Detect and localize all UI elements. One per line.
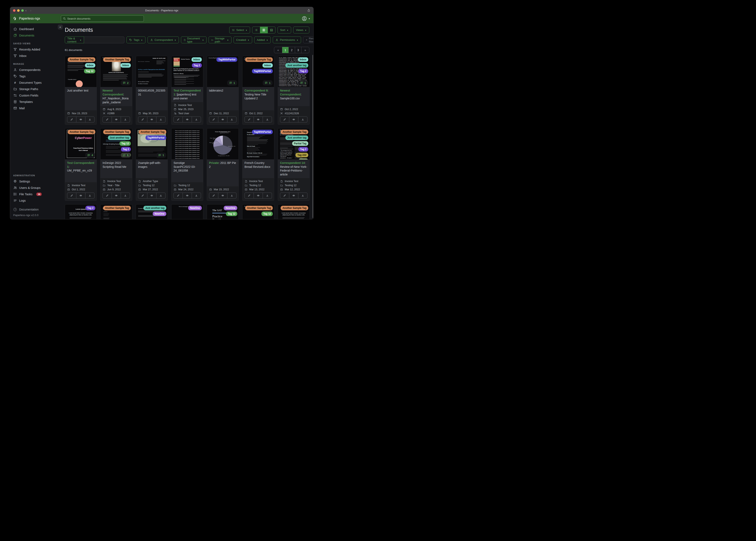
download-document-button[interactable] xyxy=(85,117,95,123)
document-thumbnail[interactable]: CyberPowerPowerPanel® Business EditionUs… xyxy=(65,129,97,159)
zoom-window-button[interactable] xyxy=(21,9,24,12)
download-document-button[interactable] xyxy=(298,193,307,199)
document-title[interactable]: Sonstige ScanPC2022 03-24_081058 xyxy=(171,159,203,183)
user-menu[interactable]: ▼ xyxy=(302,16,310,21)
download-document-button[interactable] xyxy=(227,193,236,199)
download-document-button[interactable] xyxy=(227,117,236,123)
detail-view-button[interactable] xyxy=(268,27,275,33)
document-title[interactable]: Correspondent 9: Testing New Title Updat… xyxy=(242,87,274,110)
preview-document-button[interactable] xyxy=(76,193,85,199)
tag-pill[interactable]: Inbox xyxy=(262,63,273,68)
document-title[interactable]: 2sample-pdf-with-images xyxy=(136,159,168,178)
tag-pill[interactable]: Tag 2 xyxy=(85,206,95,210)
search-input[interactable] xyxy=(67,17,142,20)
filter-button-permissions[interactable]: Permissions▼ xyxy=(273,37,301,43)
tag-pill[interactable]: Tag 12 xyxy=(226,212,237,216)
tag-pill[interactable]: Inbox xyxy=(120,63,131,68)
filter-button-tags[interactable]: Tags▼ xyxy=(126,37,145,43)
document-thumbnail[interactable]: French Country BreadFor the LeavenMake t… xyxy=(242,129,274,159)
tag-pill[interactable]: Inbox xyxy=(191,57,202,62)
document-thumbnail[interactable]: Lorem ipsumLorem ipsum dolor sit amet, c… xyxy=(65,205,97,220)
tag-pill[interactable]: Tag 222 xyxy=(295,153,308,157)
sidebar-item-recently-added[interactable]: Recently Added xyxy=(10,46,61,53)
document-thumbnail[interactable]: Lorem ipsumLorem ipsum dolor sit amet, c… xyxy=(278,205,309,220)
preview-document-button[interactable] xyxy=(112,193,121,199)
page-button-3[interactable]: 3 xyxy=(295,47,301,53)
title-content-input[interactable] xyxy=(84,37,124,43)
views-button[interactable]: Views▼ xyxy=(293,27,309,33)
edit-document-button[interactable] xyxy=(245,193,254,199)
scrollbar[interactable] xyxy=(312,55,313,218)
sidebar-item-tags[interactable]: Tags xyxy=(10,73,61,79)
document-thumbnail[interactable]: This is a testAnother Sample TagTag 12 xyxy=(242,205,274,220)
document-title[interactable]: 0004814539_20230531 xyxy=(136,87,168,110)
sidebar-item-inbox[interactable]: Inbox xyxy=(10,53,61,59)
edit-document-button[interactable] xyxy=(103,117,112,123)
document-title[interactable]: Private: 2011 BP Pie 2 xyxy=(207,159,239,187)
search-bar[interactable] xyxy=(61,15,144,22)
download-document-button[interactable] xyxy=(85,193,95,199)
tag-pill[interactable]: Another Sample Tag xyxy=(281,206,308,210)
document-thumbnail[interactable]: Serial Number,Company Name,Employe978818… xyxy=(278,56,309,87)
document-thumbnail[interactable]: Another Sample TagTagWithPartial1 xyxy=(136,129,168,159)
edit-document-button[interactable] xyxy=(67,117,76,123)
document-thumbnail[interactable]: Contact Sheet DemoJust another tagNewOne xyxy=(136,205,168,220)
document-thumbnail[interactable]: Review ofof Arbitral AwardsCertainty of … xyxy=(278,129,309,159)
tag-pill[interactable]: Tag 2 xyxy=(298,147,308,152)
edit-document-button[interactable] xyxy=(103,193,112,199)
tag-pill[interactable]: Tag 12 xyxy=(84,69,95,73)
edit-document-button[interactable] xyxy=(245,117,254,123)
sidebar-item-file-tasks[interactable]: File Tasks16 xyxy=(10,191,61,197)
document-title[interactable]: Test Correspondent 1: UM_PPBE_en_v29 xyxy=(65,159,97,183)
document-correspondent[interactable]: Private xyxy=(209,161,219,165)
edit-document-button[interactable] xyxy=(67,193,76,199)
tag-pill[interactable]: Tag 3 xyxy=(298,159,308,159)
tag-pill[interactable]: Just another tag xyxy=(285,136,308,140)
preview-document-button[interactable] xyxy=(112,117,121,123)
download-document-button[interactable] xyxy=(263,193,272,199)
edit-document-button[interactable] xyxy=(138,193,147,199)
tag-pill[interactable]: Tag 2 xyxy=(121,147,131,152)
sidebar-item-users-groups[interactable]: Users & Groups xyxy=(10,185,61,191)
preview-document-button[interactable] xyxy=(289,193,298,199)
reset-filters-button[interactable]: ×Reset filters xyxy=(303,37,314,43)
select-button[interactable]: Select▼ xyxy=(229,27,250,33)
preview-document-button[interactable] xyxy=(147,193,156,199)
document-correspondent[interactable]: Newest Correspondent xyxy=(103,89,123,96)
document-title[interactable]: InDesign 2022 Scripting Read Me xyxy=(100,159,132,178)
document-title[interactable]: Newest Correspondent: H7_Napoleon_Bonapa… xyxy=(100,87,132,106)
preview-document-button[interactable] xyxy=(183,117,192,123)
sidebar-item-custom-fields[interactable]: Custom Fields xyxy=(10,92,61,99)
share-icon[interactable] xyxy=(307,9,310,12)
page-button-nav[interactable]: « xyxy=(274,47,282,53)
document-thumbnail[interactable]: This is a test for the double space char… xyxy=(171,129,203,159)
sidebar-item-document-types[interactable]: #Document Types xyxy=(10,79,61,86)
tag-pill[interactable]: Another Sample Tag xyxy=(103,206,131,210)
sidebar-item-storage-paths[interactable]: Storage Paths xyxy=(10,86,61,92)
list-view-button[interactable] xyxy=(252,27,260,33)
document-correspondent[interactable]: Test Correspondent 1 xyxy=(67,161,94,169)
tag-pill[interactable]: Tag 12 xyxy=(261,212,273,216)
document-thumbnail[interactable]: The SATPracticeTest #1Make time to take … xyxy=(207,205,239,220)
download-document-button[interactable] xyxy=(192,193,201,199)
document-title[interactable]: Just another test xyxy=(65,87,97,110)
tag-pill[interactable]: Just another tag xyxy=(108,136,131,140)
app-brand[interactable]: Paperless-ngx xyxy=(13,17,40,21)
tag-pill[interactable]: NewOne xyxy=(188,206,202,210)
sidebar-item-dashboard[interactable]: Dashboard xyxy=(10,26,61,32)
download-document-button[interactable] xyxy=(121,117,130,123)
tag-pill[interactable]: Tag 12 xyxy=(119,141,131,146)
tag-pill[interactable]: Tag 2 xyxy=(192,63,202,68)
preview-document-button[interactable] xyxy=(289,117,298,123)
sidebar-collapse-button[interactable]: « xyxy=(58,25,63,30)
page-button-nav[interactable]: » xyxy=(301,47,309,53)
tag-pill[interactable]: Another Sample Tag xyxy=(103,57,131,62)
page-button-2[interactable]: 2 xyxy=(288,47,295,53)
download-document-button[interactable] xyxy=(156,193,165,199)
tag-pill[interactable]: Another Sample Tag xyxy=(68,57,95,62)
filter-button-correspondent[interactable]: Correspondent▼ xyxy=(148,37,179,43)
browser-forward-button[interactable]: › xyxy=(30,9,31,12)
document-thumbnail[interactable]: AdobeInDesign Scripting DocumentationAno… xyxy=(100,129,132,159)
edit-document-button[interactable] xyxy=(174,193,183,199)
tag-pill[interactable]: Partial Tag xyxy=(292,141,308,146)
